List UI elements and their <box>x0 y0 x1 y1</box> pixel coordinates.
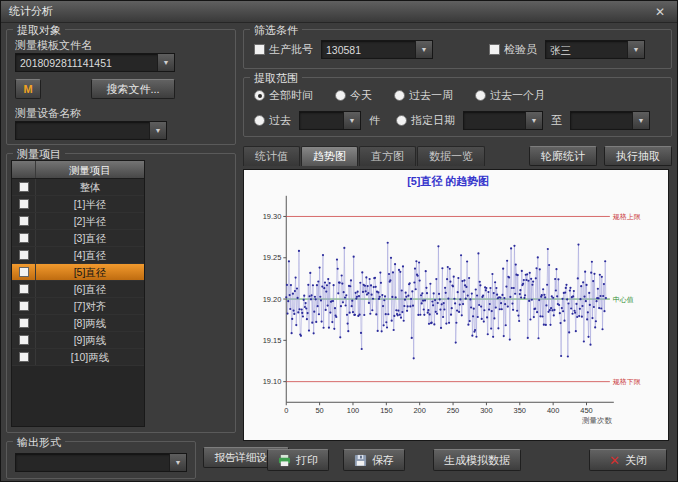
inspector-value: 张三 <box>546 41 627 58</box>
date-to-dropdown[interactable]: ▼ <box>570 111 650 130</box>
chevron-down-icon[interactable]: ▼ <box>415 41 432 58</box>
checkbox-cell <box>12 281 36 297</box>
title-bar: 统计分析 ✕ <box>1 1 677 23</box>
row-checkbox[interactable] <box>19 335 29 345</box>
save-button[interactable]: 保存 <box>343 449 405 471</box>
radio-option-today[interactable]: 今天 <box>335 88 372 103</box>
radio-label: 今天 <box>350 88 372 103</box>
batch-checkbox-option[interactable]: 生产批号 <box>254 42 313 57</box>
row-checkbox[interactable] <box>19 233 29 243</box>
date-range-label: 指定日期 <box>411 113 455 128</box>
list-item[interactable]: [5]直径 <box>12 264 144 281</box>
row-checkbox[interactable] <box>19 318 29 328</box>
tab-statistics[interactable]: 统计值 <box>243 146 300 166</box>
list-item[interactable]: [7]对齐 <box>12 298 144 315</box>
radio-option-past-month[interactable]: 过去一个月 <box>475 88 545 103</box>
save-label: 保存 <box>372 453 394 468</box>
time-options-row: 全部时间今天过去一周过去一个月 <box>254 88 545 103</box>
close-icon[interactable]: ✕ <box>651 5 669 19</box>
svg-text:300: 300 <box>480 406 492 415</box>
checkbox-cell <box>12 298 36 314</box>
radio-icon[interactable] <box>475 90 486 101</box>
radio-icon[interactable] <box>335 90 346 101</box>
output-format-dropdown[interactable]: ▼ <box>15 453 187 472</box>
item-label: [8]两线 <box>36 315 144 331</box>
radio-option-past[interactable]: 过去 <box>254 113 291 128</box>
row-checkbox[interactable] <box>19 352 29 362</box>
radio-icon[interactable] <box>254 90 265 101</box>
generate-simulated-data-button[interactable]: 生成模拟数据 <box>433 449 521 471</box>
batch-dropdown[interactable]: 130581 ▼ <box>321 40 433 59</box>
item-label: [10]两线 <box>36 349 144 365</box>
contour-statistics-button[interactable]: 轮廓统计 <box>529 146 597 166</box>
item-label: 整体 <box>36 179 144 195</box>
device-name-dropdown[interactable]: ▼ <box>15 121 167 140</box>
row-checkbox[interactable] <box>19 216 29 226</box>
past-label: 过去 <box>269 113 291 128</box>
print-button[interactable]: 打印 <box>267 449 329 471</box>
list-item[interactable]: [2]半径 <box>12 213 144 230</box>
list-item[interactable]: 整体 <box>12 179 144 196</box>
chevron-down-icon[interactable]: ▼ <box>157 54 174 71</box>
chevron-down-icon[interactable]: ▼ <box>343 112 360 129</box>
list-item[interactable]: [1]半径 <box>12 196 144 213</box>
list-item[interactable]: [8]两线 <box>12 315 144 332</box>
extract-group-title: 提取对象 <box>13 23 65 38</box>
item-label: [1]半径 <box>36 196 144 212</box>
list-item[interactable]: [3]直径 <box>12 230 144 247</box>
list-item[interactable]: [9]两线 <box>12 332 144 349</box>
close-button[interactable]: ✕ 关闭 <box>589 449 667 471</box>
batch-value: 130581 <box>322 41 415 58</box>
svg-text:350: 350 <box>514 406 526 415</box>
radio-icon[interactable] <box>254 115 265 126</box>
row-checkbox[interactable] <box>19 182 29 192</box>
row-checkbox[interactable] <box>19 199 29 209</box>
svg-text:400: 400 <box>547 406 559 415</box>
inspector-checkbox[interactable] <box>489 44 500 55</box>
execute-extract-label: 执行抽取 <box>616 149 660 164</box>
template-file-label: 测量模板文件名 <box>15 38 92 53</box>
radio-option-all-time[interactable]: 全部时间 <box>254 88 313 103</box>
inspector-checkbox-option[interactable]: 检验员 <box>489 42 537 57</box>
row-checkbox[interactable] <box>19 301 29 311</box>
chevron-down-icon[interactable]: ▼ <box>627 41 644 58</box>
chevron-down-icon[interactable]: ▼ <box>632 112 649 129</box>
tab-histogram[interactable]: 直方图 <box>359 146 416 166</box>
row-checkbox[interactable] <box>19 250 29 260</box>
date-from-dropdown[interactable]: ▼ <box>463 111 543 130</box>
svg-text:19.20: 19.20 <box>263 295 282 304</box>
window-content: 提取对象 测量模板文件名 2018092811141451 ▼ M 搜索文件..… <box>1 23 677 481</box>
contour-statistics-label: 轮廓统计 <box>541 149 585 164</box>
list-item[interactable]: [4]直径 <box>12 247 144 264</box>
svg-text:测量次数: 测量次数 <box>582 416 612 425</box>
past-count-input[interactable]: ▼ <box>299 111 361 130</box>
radio-icon[interactable] <box>396 115 407 126</box>
template-file-dropdown[interactable]: 2018092811141451 ▼ <box>15 53 175 72</box>
chevron-down-icon[interactable]: ▼ <box>149 122 166 139</box>
date-to-value <box>571 112 632 129</box>
item-label: [7]对齐 <box>36 298 144 314</box>
radio-option-date-range[interactable]: 指定日期 <box>396 113 455 128</box>
svg-text:中心值: 中心值 <box>613 296 634 303</box>
tab-bar: 统计值趋势图直方图数据一览 轮廓统计 执行抽取 <box>243 144 672 166</box>
radio-icon[interactable] <box>394 90 405 101</box>
template-browse-button[interactable]: M <box>15 79 41 99</box>
row-checkbox[interactable] <box>19 284 29 294</box>
inspector-dropdown[interactable]: 张三 ▼ <box>545 40 645 59</box>
measure-items-header: 测量项目 <box>12 161 144 179</box>
items-column-header: 测量项目 <box>36 161 144 178</box>
batch-checkbox[interactable] <box>254 44 265 55</box>
item-label: [4]直径 <box>36 247 144 263</box>
row-checkbox[interactable] <box>19 267 29 277</box>
list-item[interactable]: [6]直径 <box>12 281 144 298</box>
chevron-down-icon[interactable]: ▼ <box>525 112 542 129</box>
tab-trend-chart[interactable]: 趋势图 <box>301 146 358 166</box>
execute-extract-button[interactable]: 执行抽取 <box>604 146 672 166</box>
print-label: 打印 <box>296 453 318 468</box>
tab-data-list[interactable]: 数据一览 <box>417 146 485 166</box>
list-item[interactable]: [10]两线 <box>12 349 144 366</box>
app-logo-icon: M <box>23 83 32 95</box>
radio-option-past-week[interactable]: 过去一周 <box>394 88 453 103</box>
chevron-down-icon[interactable]: ▼ <box>169 454 186 471</box>
search-file-button[interactable]: 搜索文件... <box>91 79 175 99</box>
